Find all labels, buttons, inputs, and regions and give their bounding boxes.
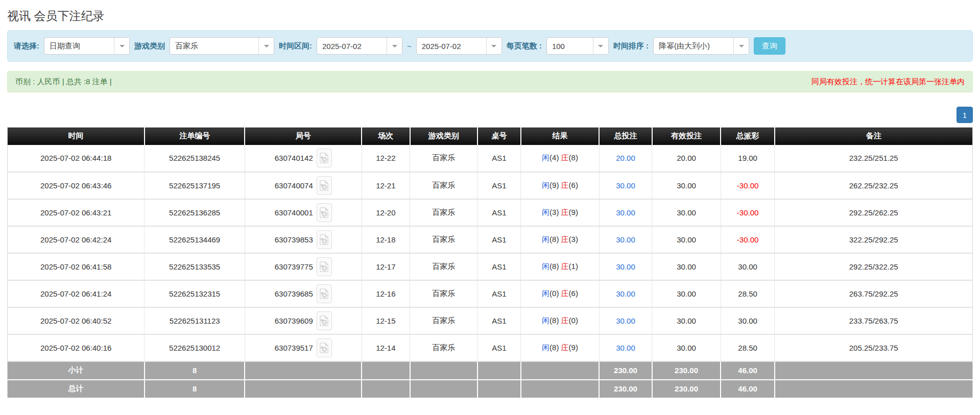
cell-session: 12-15 bbox=[362, 307, 410, 334]
cell-table-id: AS1 bbox=[477, 226, 521, 253]
total-bet-link[interactable]: 30.00 bbox=[616, 316, 635, 325]
result-player-label: 闲 bbox=[542, 235, 549, 243]
cell-result: 闲(8) 庄(3) bbox=[521, 226, 599, 253]
video-replay-button[interactable] bbox=[317, 311, 332, 330]
cell-payout: 28.50 bbox=[721, 334, 775, 361]
video-replay-button[interactable] bbox=[317, 257, 332, 276]
column-header: 场次 bbox=[362, 128, 410, 145]
date-to-picker[interactable]: 2025-07-02 bbox=[416, 37, 502, 55]
cell-result: 闲(4) 庄(8) bbox=[521, 145, 599, 172]
chevron-down-icon[interactable] bbox=[486, 38, 501, 54]
grand-total-row: 总计8230.00230.0046.00 bbox=[8, 380, 973, 398]
cell-game-type: 百家乐 bbox=[410, 280, 477, 307]
video-replay-button[interactable] bbox=[317, 176, 332, 195]
cell-payout: 19.00 bbox=[721, 145, 775, 172]
total-bet-link[interactable]: 30.00 bbox=[616, 208, 635, 217]
footer-total-bet: 230.00 bbox=[599, 361, 652, 380]
cell-table-id: AS1 bbox=[477, 307, 521, 334]
search-button[interactable]: 查询 bbox=[754, 37, 785, 55]
total-bet-link[interactable]: 30.00 bbox=[616, 262, 635, 271]
total-bet-link[interactable]: 20.00 bbox=[616, 154, 635, 162]
total-bet-link[interactable]: 30.00 bbox=[616, 235, 635, 244]
video-replay-button[interactable] bbox=[317, 230, 332, 249]
page-size-dropdown[interactable]: 100 bbox=[546, 37, 609, 55]
date-from-picker[interactable]: 2025-07-02 bbox=[317, 37, 402, 55]
query-type-dropdown[interactable]: 日期查询 bbox=[44, 37, 130, 55]
cell-bet-id: 522625136285 bbox=[145, 199, 245, 226]
pagination: 1 bbox=[7, 107, 973, 123]
cell-round-id: 630739517 bbox=[245, 334, 362, 361]
video-replay-icon bbox=[320, 180, 328, 191]
time-sort-value: 降幂(由大到小) bbox=[654, 38, 733, 54]
filter-panel: 请选择: 日期查询 游戏类别 百家乐 时间区间: 2025-07-02 ~ 20… bbox=[7, 30, 973, 62]
footer-total-bet: 230.00 bbox=[599, 380, 652, 398]
subtotal-row: 小计8230.00230.0046.00 bbox=[8, 361, 973, 380]
result-banker-label: 庄 bbox=[561, 181, 569, 189]
round-id-text: 630739517 bbox=[275, 344, 313, 352]
result-banker-label: 庄 bbox=[561, 153, 569, 162]
footer-empty bbox=[362, 361, 410, 380]
video-replay-icon bbox=[320, 288, 328, 299]
cell-table-id: AS1 bbox=[477, 280, 521, 307]
page-size-label: 每页笔数 : bbox=[507, 41, 542, 51]
footer-payout: 46.00 bbox=[721, 380, 775, 398]
table-row: 2025-07-02 06:44:18522625138245630740142… bbox=[8, 145, 973, 172]
footer-empty bbox=[477, 361, 521, 380]
cell-payout: 30.00 bbox=[721, 307, 775, 334]
total-bet-link[interactable]: 30.00 bbox=[616, 344, 635, 352]
round-id-text: 630739853 bbox=[275, 235, 313, 244]
page-1-button[interactable]: 1 bbox=[957, 107, 973, 123]
cell-result: 闲(8) 庄(9) bbox=[521, 334, 599, 361]
cell-time: 2025-07-02 06:41:58 bbox=[8, 253, 145, 280]
table-row: 2025-07-02 06:42:24522625134469630739853… bbox=[8, 226, 973, 253]
cell-bet-id: 522625131123 bbox=[145, 307, 245, 334]
column-header: 结果 bbox=[521, 128, 599, 145]
footer-valid-bet: 230.00 bbox=[652, 361, 721, 380]
footer-empty bbox=[521, 361, 599, 380]
video-replay-button[interactable] bbox=[317, 203, 332, 222]
game-type-dropdown[interactable]: 百家乐 bbox=[170, 37, 274, 55]
page-title: 视讯 会员下注纪录 bbox=[7, 8, 973, 24]
footer-count: 8 bbox=[145, 361, 245, 380]
chevron-down-icon[interactable] bbox=[258, 38, 274, 54]
chevron-down-icon[interactable] bbox=[593, 38, 608, 54]
cell-remark: 232.25/251.25 bbox=[775, 145, 973, 172]
video-replay-button[interactable] bbox=[317, 284, 332, 303]
cell-table-id: AS1 bbox=[477, 253, 521, 280]
result-banker-score: (6) bbox=[569, 289, 578, 298]
table-row: 2025-07-02 06:41:24522625132315630739685… bbox=[8, 280, 973, 307]
result-banker-label: 庄 bbox=[561, 262, 569, 271]
total-bet-link[interactable]: 30.00 bbox=[616, 289, 635, 298]
cell-session: 12-21 bbox=[362, 172, 410, 199]
time-range-label: 时间区间: bbox=[279, 41, 312, 51]
time-sort-dropdown[interactable]: 降幂(由大到小) bbox=[653, 37, 749, 55]
result-banker-score: (8) bbox=[569, 153, 578, 162]
video-replay-button[interactable] bbox=[317, 338, 332, 357]
footer-empty bbox=[410, 380, 477, 398]
round-cell: 630740142 bbox=[247, 149, 360, 167]
round-id-text: 630740001 bbox=[275, 208, 313, 217]
cell-table-id: AS1 bbox=[477, 334, 521, 361]
footer-empty bbox=[775, 380, 973, 398]
video-replay-button[interactable] bbox=[317, 149, 332, 167]
chevron-down-icon[interactable] bbox=[387, 38, 402, 54]
round-cell: 630739685 bbox=[247, 284, 360, 303]
cell-total-bet: 30.00 bbox=[599, 226, 652, 253]
footer-count: 8 bbox=[145, 380, 245, 398]
column-header: 桌号 bbox=[477, 128, 521, 145]
total-bet-link[interactable]: 30.00 bbox=[616, 181, 635, 190]
cell-time: 2025-07-02 06:40:52 bbox=[8, 307, 145, 334]
result-player-label: 闲 bbox=[542, 289, 549, 298]
cell-total-bet: 30.00 bbox=[599, 199, 652, 226]
chevron-down-icon[interactable] bbox=[733, 38, 749, 54]
cell-table-id: AS1 bbox=[477, 172, 521, 199]
cell-valid-bet: 30.00 bbox=[652, 226, 721, 253]
cell-time: 2025-07-02 06:44:18 bbox=[8, 145, 145, 172]
chevron-down-icon[interactable] bbox=[114, 38, 129, 54]
result-banker-label: 庄 bbox=[561, 343, 569, 352]
cell-bet-id: 522625132315 bbox=[145, 280, 245, 307]
cell-result: 闲(8) 庄(0) bbox=[521, 307, 599, 334]
round-cell: 630740001 bbox=[247, 203, 360, 222]
cell-game-type: 百家乐 bbox=[410, 199, 477, 226]
cell-session: 12-20 bbox=[362, 199, 410, 226]
